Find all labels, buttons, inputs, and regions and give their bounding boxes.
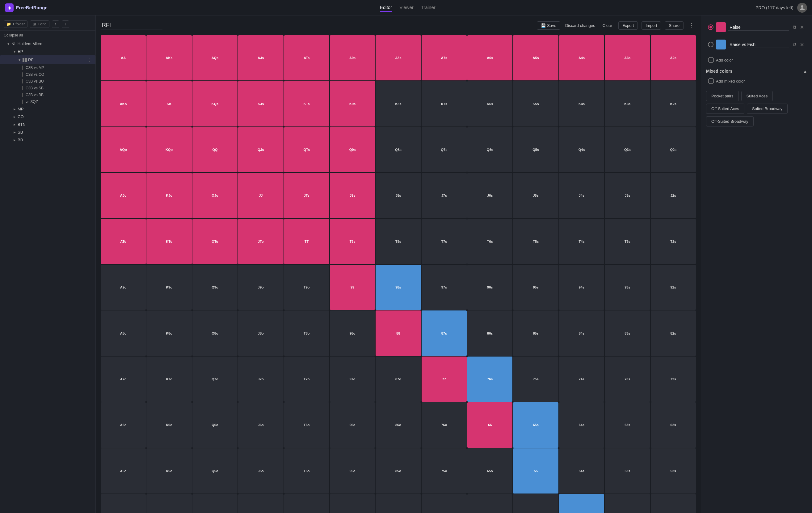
hand-cell-q4o[interactable]: Q4o [193,494,237,513]
hand-cell-54s[interactable]: 54s [559,449,604,493]
hand-cell-44[interactable]: 44 [559,494,604,513]
hand-cell-j7o[interactable]: J7o [238,356,283,402]
hand-cell-86s[interactable]: 86s [467,310,513,356]
hand-cell-t7s[interactable]: T7s [422,219,467,264]
hand-cell-42s[interactable]: 42s [651,494,696,513]
hand-cell-k7s[interactable]: K7s [422,81,467,126]
hand-cell-t9s[interactable]: T9s [330,219,375,264]
hand-cell-75s[interactable]: 75s [513,356,558,402]
tab-editor[interactable]: Editor [380,3,392,12]
hand-cell-83s[interactable]: 83s [605,310,650,356]
hand-cell-85o[interactable]: 85o [376,449,421,493]
hand-cell-j9s[interactable]: J9s [330,173,375,218]
sidebar-item-nl-holdem[interactable]: ▾ NL Holdem Micro [0,40,95,48]
radio-raise[interactable] [708,24,714,30]
hand-cell-t5o[interactable]: T5o [284,449,329,493]
hand-cell-q7o[interactable]: Q7o [193,356,237,402]
sidebar-item-c3b-bu[interactable]: C3B vs BU [0,78,95,85]
hand-cell-64o[interactable]: 64o [467,494,513,513]
discard-button[interactable]: Discard changes [563,21,598,30]
hand-cell-87o[interactable]: 87o [376,356,421,402]
hand-cell-ato[interactable]: ATo [101,219,146,264]
hand-cell-54o[interactable]: 54o [513,494,558,513]
add-folder-button[interactable]: 📁 + folder [4,20,28,28]
hand-cell-t4o[interactable]: T4o [284,494,329,513]
hand-cell-kts[interactable]: KTs [284,81,329,126]
hand-cell-aks[interactable]: AKs [146,35,192,80]
sidebar-item-mp[interactable]: ▸ MP [0,105,95,113]
delete-color-raise_fish[interactable]: ✕ [799,40,805,49]
hand-cell-94s[interactable]: 94s [559,265,604,310]
sidebar-item-c3b-mp[interactable]: C3B vs MP [0,64,95,71]
hand-cell-q9s[interactable]: Q9s [330,127,375,172]
hand-cell-43s[interactable]: 43s [605,494,650,513]
hand-cell-65s[interactable]: 65s [513,402,558,448]
hand-cell-62s[interactable]: 62s [651,402,696,448]
hand-cell-t6o[interactable]: T6o [284,402,329,448]
sidebar-item-vs-sqz[interactable]: vs SQZ [0,98,95,105]
hand-cell-a7o[interactable]: A7o [101,356,146,402]
hand-cell-qjs[interactable]: QJs [238,127,283,172]
hand-cell-k6s[interactable]: K6s [467,81,513,126]
hand-cell-76s[interactable]: 76s [467,356,513,402]
hand-cell-j2s[interactable]: J2s [651,173,696,218]
add-grid-button[interactable]: ⊞ + grid [30,20,49,28]
hand-cell-k3s[interactable]: K3s [605,81,650,126]
avatar[interactable] [797,3,807,13]
hand-cell-q2s[interactable]: Q2s [651,127,696,172]
hand-cell-j6s[interactable]: J6s [467,173,513,218]
hand-cell-j3s[interactable]: J3s [605,173,650,218]
hand-cell-a2s[interactable]: A2s [651,35,696,80]
hand-cell-a3s[interactable]: A3s [605,35,650,80]
hand-cell-88[interactable]: 88 [376,310,421,356]
hand-cell-j8s[interactable]: J8s [376,173,421,218]
hand-cell-98s[interactable]: 98s [376,265,421,310]
hand-cell-k8o[interactable]: K8o [146,310,192,356]
hand-cell-aa[interactable]: AA [101,35,146,80]
hand-cell-65o[interactable]: 65o [467,449,513,493]
save-button[interactable]: 💾 Save [537,21,560,30]
hand-cell-k8s[interactable]: K8s [376,81,421,126]
color-picker-raise[interactable] [716,22,726,32]
hand-cell-k7o[interactable]: K7o [146,356,192,402]
hand-cell-ats[interactable]: ATs [284,35,329,80]
hand-cell-k4o[interactable]: K4o [146,494,192,513]
tab-viewer[interactable]: Viewer [399,3,413,12]
sidebar-item-ep[interactable]: ▾ EP [0,48,95,55]
sidebar-item-sb[interactable]: ▸ SB [0,128,95,136]
sidebar-item-c3b-co[interactable]: C3B vs CO [0,71,95,78]
hand-cell-a4o[interactable]: A4o [101,494,146,513]
hand-cell-t8s[interactable]: T8s [376,219,421,264]
hand-cell-55[interactable]: 55 [513,449,558,493]
sidebar-item-c3b-sb[interactable]: C3B vs SB [0,85,95,91]
export-button[interactable]: Export [618,21,638,30]
tab-trainer[interactable]: Trainer [421,3,435,12]
hand-cell-aqs[interactable]: AQs [193,35,237,80]
hand-cell-84s[interactable]: 84s [559,310,604,356]
hand-cell-95s[interactable]: 95s [513,265,558,310]
hand-cell-t7o[interactable]: T7o [284,356,329,402]
hand-cell-a6o[interactable]: A6o [101,402,146,448]
quick-btn-off-suited-aces[interactable]: Off-Suited Aces [706,104,744,114]
hand-cell-t4s[interactable]: T4s [559,219,604,264]
copy-color-raise_fish[interactable]: ⧉ [792,40,798,49]
hand-cell-a7s[interactable]: A7s [422,35,467,80]
color-name-raise_fish[interactable] [728,42,789,48]
collapse-all[interactable]: Collapse all [0,31,95,40]
hand-cell-a8o[interactable]: A8o [101,310,146,356]
hand-cell-k6o[interactable]: K6o [146,402,192,448]
hand-cell-t8o[interactable]: T8o [284,310,329,356]
mixed-colors-collapse[interactable]: ▲ [803,69,807,74]
hand-cell-k4s[interactable]: K4s [559,81,604,126]
hand-cell-j4o[interactable]: J4o [238,494,283,513]
hand-cell-97s[interactable]: 97s [422,265,467,310]
quick-btn-suited-broadway[interactable]: Suited Broadway [747,104,788,114]
hand-cell-98o[interactable]: 98o [330,310,375,356]
hand-cell-a5s[interactable]: A5s [513,35,558,80]
hand-cell-82s[interactable]: 82s [651,310,696,356]
hand-cell-t9o[interactable]: T9o [284,265,329,310]
quick-btn-pocket-pairs[interactable]: Pocket pairs [706,91,739,101]
hand-cell-q6s[interactable]: Q6s [467,127,513,172]
hand-cell-q5s[interactable]: Q5s [513,127,558,172]
hand-cell-j8o[interactable]: J8o [238,310,283,356]
